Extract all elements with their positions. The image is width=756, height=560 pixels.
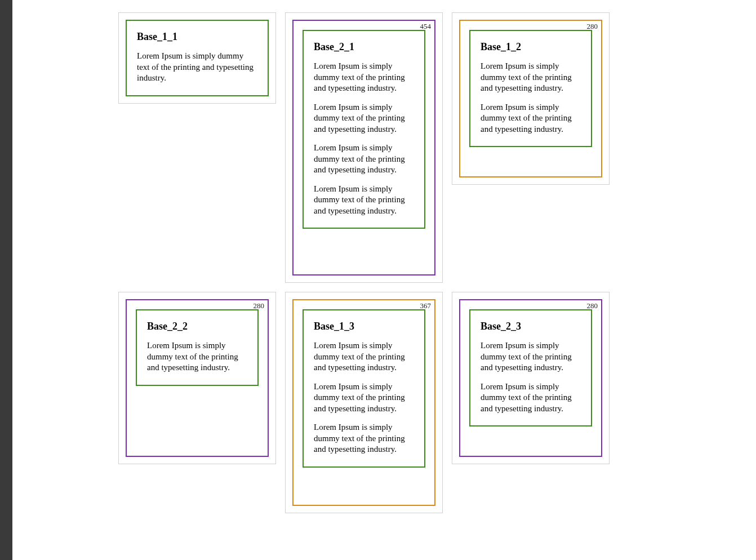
card-paragraph: Lorem Ipsum is simply dummy text of the …: [314, 340, 414, 374]
card-paragraph: Lorem Ipsum is simply dummy text of the …: [147, 340, 247, 374]
inner-box: Base_1_1 Lorem Ipsum is simply dummy tex…: [126, 20, 269, 96]
inner-box: Base_2_1 Lorem Ipsum is simply dummy tex…: [303, 30, 425, 229]
card-paragraph: Lorem Ipsum is simply dummy text of the …: [314, 381, 414, 415]
height-label: 280: [254, 301, 265, 310]
card-title: Base_1_2: [481, 41, 581, 53]
inner-box: Base_1_3 Lorem Ipsum is simply dummy tex…: [303, 309, 425, 468]
inner-box: Base_2_2 Lorem Ipsum is simply dummy tex…: [136, 309, 259, 386]
card-paragraph: Lorem Ipsum is simply dummy text of the …: [481, 381, 581, 415]
outer-box: 367 Base_1_3 Lorem Ipsum is simply dummy…: [292, 299, 435, 506]
outer-box: 280 Base_1_2 Lorem Ipsum is simply dummy…: [459, 20, 602, 177]
inner-box: Base_2_3 Lorem Ipsum is simply dummy tex…: [469, 309, 592, 426]
left-gutter: [0, 0, 12, 526]
card-title: Base_2_3: [481, 321, 581, 332]
outer-box: 280 Base_2_3 Lorem Ipsum is simply dummy…: [459, 299, 602, 457]
height-label: 454: [420, 22, 432, 31]
height-label: 280: [587, 22, 598, 31]
card-title: Base_2_2: [147, 321, 247, 332]
card-title: Base_2_1: [314, 41, 414, 53]
card-paragraph: Lorem Ipsum is simply dummy text of the …: [314, 143, 414, 176]
height-label: 280: [587, 301, 598, 310]
card-base-1-1: Base_1_1 Lorem Ipsum is simply dummy tex…: [118, 12, 276, 104]
card-paragraph: Lorem Ipsum is simply dummy text of the …: [481, 61, 581, 94]
card-grid: Base_1_1 Lorem Ipsum is simply dummy tex…: [12, 0, 756, 526]
outer-box: Base_1_1 Lorem Ipsum is simply dummy tex…: [126, 20, 269, 96]
card-paragraph: Lorem Ipsum is simply dummy text of the …: [481, 340, 581, 374]
card-base-1-3: 367 Base_1_3 Lorem Ipsum is simply dummy…: [285, 292, 443, 513]
card-title: Base_1_3: [314, 321, 414, 332]
card-base-2-1: 454 Base_2_1 Lorem Ipsum is simply dummy…: [285, 12, 443, 283]
height-label: 367: [420, 301, 432, 310]
card-base-1-2: 280 Base_1_2 Lorem Ipsum is simply dummy…: [452, 12, 610, 185]
card-paragraph: Lorem Ipsum is simply dummy text of the …: [481, 102, 581, 135]
outer-box: 280 Base_2_2 Lorem Ipsum is simply dummy…: [126, 299, 269, 457]
card-paragraph: Lorem Ipsum is simply dummy text of the …: [314, 184, 414, 217]
card-paragraph: Lorem Ipsum is simply dummy text of the …: [314, 102, 414, 135]
card-paragraph: Lorem Ipsum is simply dummy text of the …: [137, 51, 257, 84]
outer-box: 454 Base_2_1 Lorem Ipsum is simply dummy…: [292, 20, 435, 275]
card-paragraph: Lorem Ipsum is simply dummy text of the …: [314, 61, 414, 94]
card-base-2-2: 280 Base_2_2 Lorem Ipsum is simply dummy…: [118, 292, 276, 464]
card-title: Base_1_1: [137, 31, 257, 43]
card-base-2-3: 280 Base_2_3 Lorem Ipsum is simply dummy…: [452, 292, 610, 464]
card-paragraph: Lorem Ipsum is simply dummy text of the …: [314, 422, 414, 455]
inner-box: Base_1_2 Lorem Ipsum is simply dummy tex…: [469, 30, 592, 147]
